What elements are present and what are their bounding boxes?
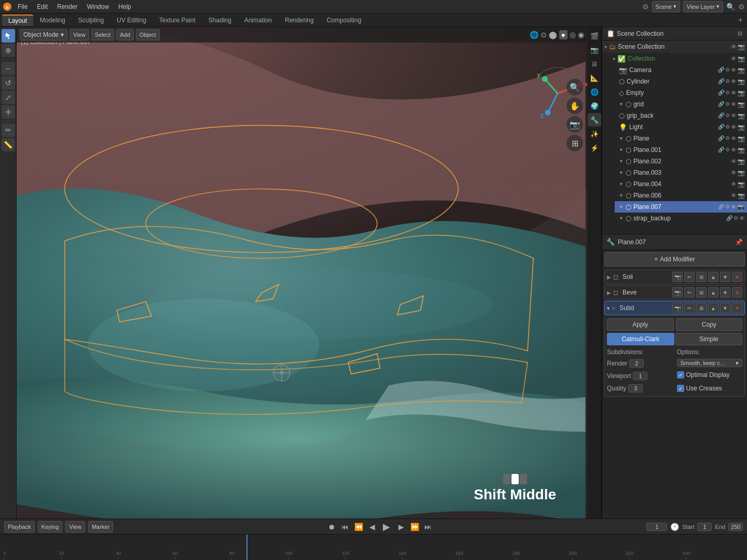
bevel-cage-btn[interactable]: ⊞ xyxy=(696,287,707,298)
link-icon-p007[interactable]: 🔗 xyxy=(718,204,724,211)
tab-modeling[interactable]: Modeling xyxy=(34,15,72,25)
tab-sculpting[interactable]: Sculpting xyxy=(72,15,110,25)
solidify-edit-btn[interactable]: ✏ xyxy=(684,272,695,282)
cam-icon-p001[interactable]: 📷 xyxy=(738,147,745,153)
marker-menu[interactable]: Marker xyxy=(88,521,113,533)
filter-icon-plane[interactable]: ⚙ xyxy=(725,135,730,142)
eye-icon-plane[interactable]: 👁 xyxy=(731,135,737,142)
measure-btn[interactable]: 📏 xyxy=(2,138,15,151)
cam-icon-p007[interactable]: 📷 xyxy=(738,204,745,211)
outliner-item-grid[interactable]: ▼ ⬡ grid 🔗 ⚙ 👁 📷 xyxy=(615,99,747,110)
pin-icon[interactable]: 📌 xyxy=(735,239,743,246)
start-frame-field[interactable]: 1 xyxy=(697,523,712,531)
filter-icon[interactable]: ⚙ xyxy=(738,3,745,11)
bevel-down-btn[interactable]: ▼ xyxy=(720,287,730,298)
outliner-item-plane001[interactable]: ▼ ⬡ Plane.001 🔗 ⚙ 👁 📷 xyxy=(615,144,747,156)
outliner-filter-icon[interactable]: ⚙ xyxy=(737,30,743,37)
view-layer-selector[interactable]: View Layer ▾ xyxy=(683,1,723,12)
search-icon[interactable]: 🔍 xyxy=(726,3,735,11)
transform-tool-btn[interactable]: ✛ xyxy=(2,105,15,119)
outliner-item-plane[interactable]: ▼ ⬡ Plane 🔗 ⚙ 👁 📷 xyxy=(615,133,747,144)
outliner-item-light[interactable]: 💡 Light 🔗 ⚙ 👁 📷 xyxy=(615,121,747,133)
tab-shading[interactable]: Shading xyxy=(202,15,238,25)
bevel-up-btn[interactable]: ▲ xyxy=(708,287,718,298)
cam-icon-coll[interactable]: 📷 xyxy=(738,55,745,62)
outliner-item-plane003[interactable]: ▼ ⬡ Plane.003 👁 📷 xyxy=(615,167,747,178)
cam-icon-p002[interactable]: 📷 xyxy=(738,158,745,165)
bevel-expand-icon[interactable]: ▶ xyxy=(605,290,613,296)
link-icon-p001[interactable]: 🔗 xyxy=(718,147,724,153)
filter-icon-strap[interactable]: ⚙ xyxy=(734,215,738,221)
simple-btn[interactable]: Simple xyxy=(675,333,743,345)
menu-file[interactable]: File xyxy=(13,2,32,11)
current-frame-field[interactable]: 1 xyxy=(646,523,667,531)
solidify-render-btn[interactable]: 📷 xyxy=(672,272,683,282)
scene-selector[interactable]: Scene ▾ xyxy=(652,1,680,12)
rotate-tool-btn[interactable]: ↺ xyxy=(2,76,15,90)
blender-logo[interactable]: B xyxy=(2,2,12,12)
eye-icon-grip[interactable]: 👁 xyxy=(731,113,737,119)
cursor-tool-btn[interactable]: ⊕ xyxy=(2,44,15,57)
overlay-icon[interactable]: ⊙ xyxy=(541,31,547,39)
filter-icon-p007[interactable]: ⚙ xyxy=(725,204,730,211)
eye-icon-light[interactable]: 👁 xyxy=(731,124,737,131)
scene-prop-tab[interactable]: 🎬 xyxy=(588,29,601,43)
scene2-prop-tab[interactable]: 🌐 xyxy=(588,85,601,99)
viewport-value-field[interactable]: 1 xyxy=(633,372,647,380)
subd-cage-btn[interactable]: ⊞ xyxy=(696,303,707,313)
cam-icon-p003[interactable]: 📷 xyxy=(738,170,745,176)
cam-icon-cam[interactable]: 📷 xyxy=(738,67,745,74)
cam-icon-light[interactable]: 📷 xyxy=(738,124,745,131)
solidify-up-btn[interactable]: ▲ xyxy=(708,272,718,282)
physics-prop-tab[interactable]: ⚡ xyxy=(588,141,601,155)
step-forward-btn[interactable]: ⏩ xyxy=(409,523,420,531)
outliner-item-plane004[interactable]: ▼ ⬡ Plane.004 👁 📷 xyxy=(615,178,747,190)
cam-icon-scene[interactable]: 📷 xyxy=(738,44,745,50)
bevel-render-btn[interactable]: 📷 xyxy=(672,287,683,298)
annotate-btn[interactable]: ✏ xyxy=(2,123,15,137)
subd-expand-icon[interactable]: ▾ xyxy=(605,305,612,311)
solidify-expand-icon[interactable]: ▶ xyxy=(605,274,613,280)
move-tool-btn[interactable]: ↔ xyxy=(2,62,15,75)
cam-icon-grid[interactable]: 📷 xyxy=(738,101,745,108)
apply-button[interactable]: Apply xyxy=(607,318,674,331)
render-value-field[interactable]: 2 xyxy=(629,359,644,368)
link-icon-grid[interactable]: 🔗 xyxy=(718,101,724,108)
filter-icon-grip[interactable]: ⚙ xyxy=(725,113,730,119)
link-icon-light[interactable]: 🔗 xyxy=(718,124,724,131)
subd-edit-btn[interactable]: ✏ xyxy=(684,303,695,313)
view-menu[interactable]: View xyxy=(70,29,89,40)
eye-icon-p007[interactable]: 👁 xyxy=(731,204,737,211)
tab-rendering[interactable]: Rendering xyxy=(279,15,320,25)
subd-render-btn[interactable]: 📷 xyxy=(672,303,683,313)
link-icon-plane[interactable]: 🔗 xyxy=(718,135,724,142)
filter-icon-empty[interactable]: ⚙ xyxy=(725,90,730,96)
end-frame-field[interactable]: 250 xyxy=(728,523,743,531)
eye-icon-cam[interactable]: 👁 xyxy=(731,67,737,74)
outliner-item-plane007[interactable]: ▼ ⬡ Plane.007 🔗 ⚙ 👁 📷 xyxy=(615,201,747,213)
filter-icon-grid[interactable]: ⚙ xyxy=(725,101,730,108)
filter-icon-cyl[interactable]: ⚙ xyxy=(725,78,730,85)
hand-pan-btn[interactable]: ✋ xyxy=(566,97,583,114)
select-tool-btn[interactable] xyxy=(2,29,15,43)
viewport-3d[interactable]: X Y Z Object Mode ▾ View Select Add Obje… xyxy=(17,27,587,519)
eye-icon-p001[interactable]: 👁 xyxy=(731,147,737,153)
tab-compositing[interactable]: Compositing xyxy=(321,15,368,25)
next-keyframe-btn[interactable]: ▶ xyxy=(396,523,406,531)
link-icon-cam[interactable]: 🔗 xyxy=(718,67,724,74)
select-menu[interactable]: Select xyxy=(91,29,115,40)
playback-menu[interactable]: Playback xyxy=(4,521,35,533)
material-icon[interactable]: ◎ xyxy=(570,31,576,39)
solidify-close-btn[interactable]: ✕ xyxy=(732,272,742,282)
rendered-icon[interactable]: ◉ xyxy=(578,31,584,39)
use-creases-checkbox[interactable]: ✓ xyxy=(677,385,684,392)
timeline-track[interactable]: 0 20 40 60 80 100 120 140 160 180 200 22… xyxy=(0,535,747,560)
optimal-display-checkbox[interactable]: ✓ xyxy=(677,371,684,379)
scene-collection-header[interactable]: ▾ 🗂 Scene Collection 👁 📷 xyxy=(602,40,747,53)
eye-icon-grid[interactable]: 👁 xyxy=(731,101,737,108)
menu-render[interactable]: Render xyxy=(53,2,81,11)
eye-icon-p003[interactable]: 👁 xyxy=(731,170,737,176)
subd-close-btn[interactable]: ✕ xyxy=(732,303,742,313)
eye-icon-cyl[interactable]: 👁 xyxy=(731,78,737,85)
quality-value-field[interactable]: 3 xyxy=(628,384,643,393)
